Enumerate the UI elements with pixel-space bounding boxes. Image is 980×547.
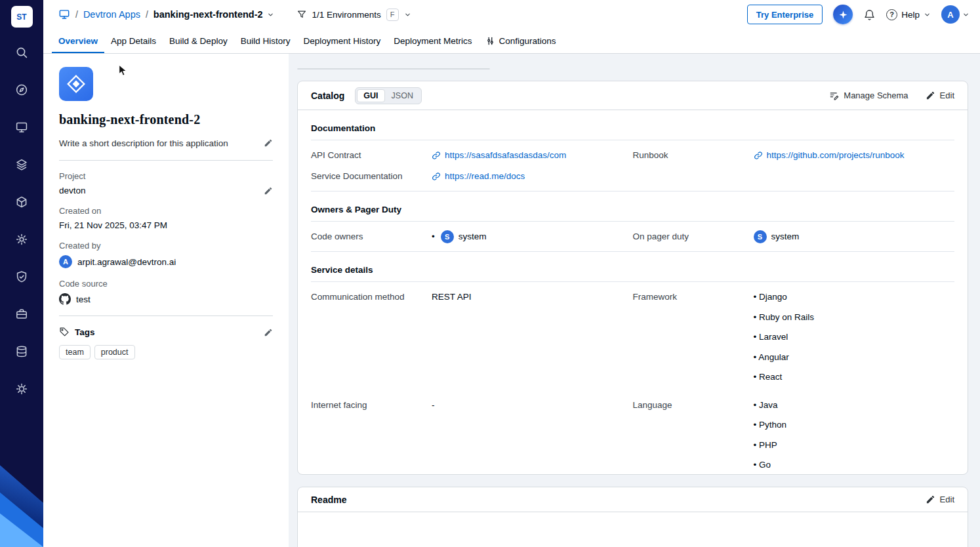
chart-store-icon[interactable] — [7, 150, 36, 179]
mode-gui[interactable]: GUI — [357, 89, 384, 102]
project-block: Project devton — [59, 171, 273, 195]
app-description-row: Write a short description for this appli… — [59, 138, 273, 150]
project-label: Project — [59, 171, 273, 181]
ai-sparkle-button[interactable] — [833, 5, 853, 24]
filter-icon — [296, 9, 307, 20]
api-contract-label: API Contract — [311, 149, 432, 162]
main-content: About Environments Dependencies Catalog … — [289, 54, 980, 547]
framework-item: Ruby on Rails — [754, 311, 955, 331]
runbook-link[interactable]: https://github.com/projects/runbook — [754, 149, 955, 162]
applications-icon[interactable] — [7, 113, 36, 142]
divider — [59, 315, 273, 316]
tab-overview[interactable]: Overview — [52, 29, 104, 53]
internet-facing-label: Internet facing — [311, 399, 432, 412]
edit-project-button[interactable] — [264, 186, 273, 195]
framework-item: React — [754, 371, 955, 391]
search-icon[interactable] — [7, 38, 36, 67]
top-bar: / Devtron Apps / banking-next-frontend-2… — [43, 0, 980, 29]
tags-header: Tags — [59, 327, 273, 337]
top-bar-actions: Try Enterprise Help A — [747, 5, 970, 24]
api-contract-url: https://sasafdsafasdasdas/com — [445, 149, 566, 162]
stacks-icon[interactable] — [7, 337, 36, 366]
schema-icon — [829, 91, 839, 100]
app-groups-icon[interactable] — [7, 188, 36, 216]
code-source-label: Code source — [59, 279, 273, 289]
mode-json[interactable]: JSON — [385, 89, 420, 102]
readme-header: Readme Edit — [298, 487, 968, 512]
tab-dependencies[interactable]: Dependencies — [415, 69, 489, 70]
chevron-down-icon — [924, 11, 931, 18]
tab-configurations-label: Configurations — [499, 36, 556, 46]
catalog-body: Documentation API Contract https://sasaf… — [298, 110, 968, 474]
app-description-placeholder: Write a short description for this appli… — [59, 138, 228, 150]
service-documentation-link[interactable]: https://read.me/docs — [432, 170, 633, 183]
manage-schema-button[interactable]: Manage Schema — [829, 91, 908, 100]
ci-cd-icon[interactable] — [7, 225, 36, 254]
created-on-label: Created on — [59, 206, 273, 216]
tab-configurations[interactable]: Configurations — [479, 29, 563, 53]
code-owners-label: Code owners — [311, 230, 432, 243]
app-name-title: banking-next-frontend-2 — [59, 112, 273, 127]
on-pager-duty-value: system — [771, 230, 800, 243]
link-icon — [754, 151, 763, 160]
pencil-icon — [264, 328, 273, 337]
settings-icon[interactable] — [7, 375, 36, 403]
page-body: banking-next-frontend-2 Write a short de… — [43, 54, 980, 547]
api-contract-link[interactable]: https://sasafdsafasdasdas/com — [432, 149, 633, 162]
catalog-card-header: Catalog GUI JSON Manage Schema — [298, 81, 968, 110]
try-enterprise-button[interactable]: Try Enterprise — [747, 5, 823, 24]
tab-environments[interactable]: Environments — [343, 69, 415, 70]
tab-app-details[interactable]: App Details — [104, 29, 163, 53]
catalog-title: Catalog — [311, 91, 344, 101]
tab-build-deploy[interactable]: Build & Deploy — [163, 29, 234, 53]
jobs-icon[interactable] — [7, 300, 36, 329]
framework-item: Django — [754, 291, 955, 311]
section-documentation: API Contract https://sasafdsafasdasdas/c… — [311, 140, 954, 192]
pencil-icon — [264, 186, 273, 195]
help-menu[interactable]: Help — [886, 9, 931, 20]
code-source-block: Code source test — [59, 279, 273, 305]
catalog-edit-label: Edit — [940, 91, 954, 100]
app-switcher[interactable]: banking-next-frontend-2 — [153, 9, 274, 20]
user-avatar: A — [941, 5, 960, 24]
devtron-app-window: ST — [0, 0, 980, 547]
code-source-value: test — [76, 294, 91, 304]
tab-build-history[interactable]: Build History — [234, 29, 297, 53]
language-label: Language — [633, 399, 754, 412]
internet-facing-value: - — [432, 399, 633, 412]
readme-title: Readme — [311, 495, 346, 505]
tag-chip: team — [59, 345, 91, 359]
org-logo[interactable]: ST — [11, 6, 33, 28]
resource-browser-icon[interactable] — [7, 75, 36, 104]
help-icon — [886, 9, 897, 20]
sidebar: ST — [0, 0, 43, 547]
tag-icon — [59, 327, 70, 337]
on-pager-duty-label: On pager duty — [633, 230, 754, 243]
tab-deployment-history[interactable]: Deployment History — [296, 29, 387, 53]
divider — [59, 160, 273, 161]
framework-item: Laravel — [754, 331, 955, 351]
runbook-url: https://github.com/projects/runbook — [767, 149, 905, 162]
manage-schema-label: Manage Schema — [844, 91, 908, 100]
creator-avatar: A — [59, 255, 72, 268]
section-service-details-title: Service details — [311, 252, 954, 282]
readme-edit-button[interactable]: Edit — [926, 495, 954, 504]
breadcrumb-devtron-apps[interactable]: Devtron Apps — [83, 9, 140, 20]
created-on-value: Fri, 21 Nov 2025, 03:47 PM — [59, 220, 273, 230]
tab-deployment-metrics[interactable]: Deployment Metrics — [387, 29, 478, 53]
section-documentation-title: Documentation — [311, 110, 954, 140]
breadcrumb-separator: / — [146, 9, 148, 20]
security-icon[interactable] — [7, 262, 36, 291]
environment-selector[interactable]: 1/1 Environments F — [296, 9, 411, 21]
catalog-edit-button[interactable]: Edit — [926, 91, 954, 100]
edit-tags-button[interactable] — [264, 327, 273, 337]
link-icon — [432, 151, 441, 160]
edit-description-button[interactable] — [264, 138, 273, 148]
service-documentation-url: https://read.me/docs — [445, 170, 525, 183]
chevron-down-icon — [404, 11, 411, 18]
language-item: Python — [754, 418, 955, 439]
notifications-bell-icon[interactable] — [863, 9, 876, 21]
tab-about[interactable]: About — [298, 69, 343, 70]
user-menu[interactable]: A — [941, 5, 970, 24]
breadcrumb-separator: / — [75, 9, 78, 20]
